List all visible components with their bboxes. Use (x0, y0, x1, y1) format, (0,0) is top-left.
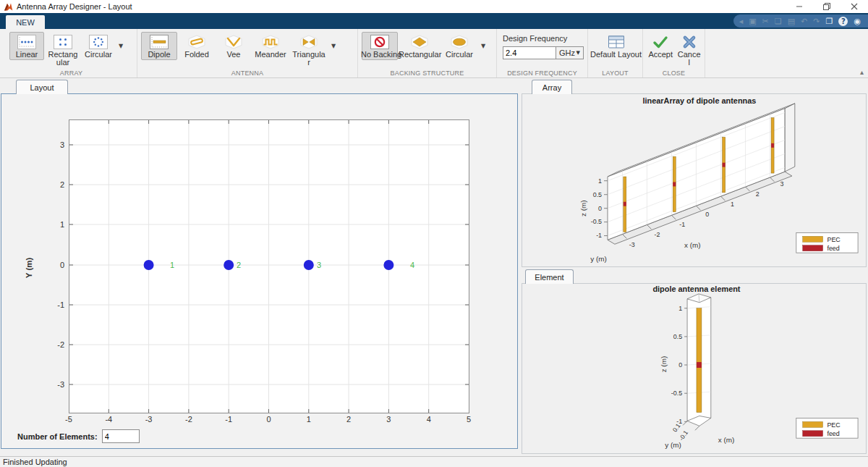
array-plot-title: linearArray of dipole antennas (643, 96, 757, 105)
backing-gallery-dropdown-icon[interactable]: ▼ (478, 43, 488, 49)
antenna-gallery-dropdown-icon[interactable]: ▼ (328, 43, 339, 49)
close-section-label: CLOSE (643, 70, 705, 77)
legend-pec-label: PEC (827, 236, 841, 243)
tab-element[interactable]: Element (525, 269, 574, 284)
layout-y-tick-labels: 3210-1-2-3 (57, 140, 64, 389)
default-layout-button[interactable]: Default Layout (590, 32, 642, 60)
tab-layout[interactable]: Layout (16, 80, 68, 94)
array-linear-button[interactable]: Linear (9, 32, 44, 60)
accept-button[interactable]: Accept (647, 32, 674, 60)
antenna-vee-button[interactable]: Vee (216, 32, 251, 60)
accept-label: Accept (648, 51, 673, 59)
legend-feed-swatch (803, 245, 823, 251)
array-gallery-dropdown-icon[interactable]: ▼ (116, 43, 126, 49)
cancel-button[interactable]: Cancel (676, 32, 702, 68)
antenna-meander-button[interactable]: Meander (252, 32, 289, 60)
svg-text:0: 0 (705, 211, 709, 218)
legend-pec-swatch (803, 421, 823, 427)
backing-rectangular-button[interactable]: Rectangular (399, 32, 440, 60)
svg-text:3: 3 (317, 261, 321, 269)
svg-text:-0.1: -0.1 (678, 429, 690, 442)
antenna-dipole-button[interactable]: Dipole (141, 32, 177, 60)
svg-text:1: 1 (170, 261, 174, 269)
design-frequency-input[interactable] (503, 46, 556, 59)
svg-text:-1: -1 (57, 300, 64, 309)
save-icon[interactable]: ▣ (749, 17, 756, 26)
paste-icon[interactable]: ▤ (788, 17, 795, 26)
antenna-meander-label: Meander (255, 51, 286, 59)
undo-icon[interactable]: ↶ (801, 17, 807, 26)
backing-none-label: No Backing (361, 51, 399, 59)
backing-none-button[interactable]: No Backing (362, 32, 398, 60)
svg-text:-0.5: -0.5 (671, 390, 682, 397)
svg-text:4: 4 (427, 415, 431, 424)
cut-icon[interactable]: ✂ (762, 17, 769, 26)
ribbon-left-pad (0, 29, 6, 77)
element-legend: PEC feed (796, 418, 858, 438)
svg-text:-3: -3 (145, 415, 153, 424)
svg-text:1: 1 (678, 305, 682, 312)
element-x-axis-label: x (m) (718, 436, 735, 444)
number-of-elements-label: Number of Elements: (17, 432, 98, 441)
section-design-frequency: Design Frequency GHz ▼ DESIGN FREQUENCY (497, 29, 588, 77)
legend-feed-swatch (803, 431, 823, 437)
antenna-folded-button[interactable]: Folded (179, 32, 215, 60)
restore-button[interactable] (813, 0, 841, 13)
tab-new[interactable]: NEW (6, 15, 45, 29)
antenna-triangular-button[interactable]: Triangular (290, 32, 328, 68)
svg-text:-3: -3 (629, 241, 635, 248)
circular-backing-icon (450, 33, 469, 51)
redo-icon[interactable]: ↷ (813, 17, 820, 26)
svg-text:-1: -1 (679, 221, 685, 228)
account-icon[interactable]: ◉ (854, 17, 861, 26)
svg-text:-2: -2 (57, 340, 64, 349)
element-figure: dipole antenna element (522, 283, 867, 454)
svg-text:1: 1 (598, 177, 602, 185)
array-legend: PEC feed (796, 232, 858, 253)
copy-icon[interactable]: ❏ (775, 17, 782, 26)
section-array: Linear Rectangular Circular ▼ ARRAY (6, 29, 137, 77)
help-icon[interactable]: ? (838, 17, 848, 26)
vee-dipole-icon (224, 33, 243, 51)
tab-array[interactable]: Array (532, 80, 572, 94)
array-circular-label: Circular (85, 51, 112, 59)
window-layout-icon[interactable]: ❐ (826, 17, 833, 26)
array-rectangular-button[interactable]: Rectangular (46, 32, 80, 68)
array-circular-button[interactable]: Circular (82, 32, 115, 60)
svg-text:-2: -2 (185, 415, 192, 424)
status-text: Finished Updating (3, 458, 67, 466)
svg-text:-4: -4 (105, 415, 112, 424)
array-linear-label: Linear (16, 51, 38, 59)
close-button[interactable] (841, 0, 868, 13)
number-of-elements-input[interactable] (102, 429, 140, 443)
section-backing: No Backing Rectangular Circular ▼ BACKIN… (358, 29, 497, 77)
ribbon-collapse-icon[interactable]: ▴ (860, 68, 864, 76)
svg-text:-0.5: -0.5 (591, 218, 602, 225)
layout-section-label: LAYOUT (588, 70, 642, 77)
backing-circular-button[interactable]: Circular (441, 32, 477, 60)
legend-feed-label: feed (827, 430, 839, 437)
svg-text:-1: -1 (596, 232, 602, 239)
section-layout: Default Layout LAYOUT (588, 29, 643, 77)
titlebar: Antenna Array Designer - Layout (0, 0, 868, 13)
cancel-label: Cancel (677, 51, 701, 67)
svg-text:0: 0 (266, 415, 271, 424)
element-panel: Element dipole antenna element (521, 268, 868, 455)
frequency-unit-value: GHz (559, 49, 575, 57)
array-z-axis-label: z (m) (579, 200, 587, 216)
svg-text:-5: -5 (65, 415, 72, 424)
antenna-section-label: ANTENNA (137, 70, 357, 77)
layout-figure: -5-4-3-2-1012345 3210-1-2-3 Y (m) 1234 N… (1, 93, 518, 449)
qat-collapse-icon[interactable]: ◂ (739, 17, 744, 26)
array-x-axis-label: x (m) (684, 241, 701, 249)
array-section-label: ARRAY (6, 70, 137, 77)
cancel-x-icon (681, 33, 697, 51)
element-plot-canvas: dipole antenna element (522, 284, 866, 453)
ribbon: Linear Rectangular Circular ▼ ARRAY (0, 29, 868, 78)
minimize-button[interactable] (786, 0, 813, 13)
frequency-unit-select[interactable]: GHz ▼ (556, 46, 584, 59)
default-layout-icon (608, 33, 625, 51)
svg-text:0: 0 (678, 361, 682, 369)
array-rectangular-label: Rectangular (47, 51, 79, 67)
design-frequency-label: Design Frequency (503, 34, 584, 43)
